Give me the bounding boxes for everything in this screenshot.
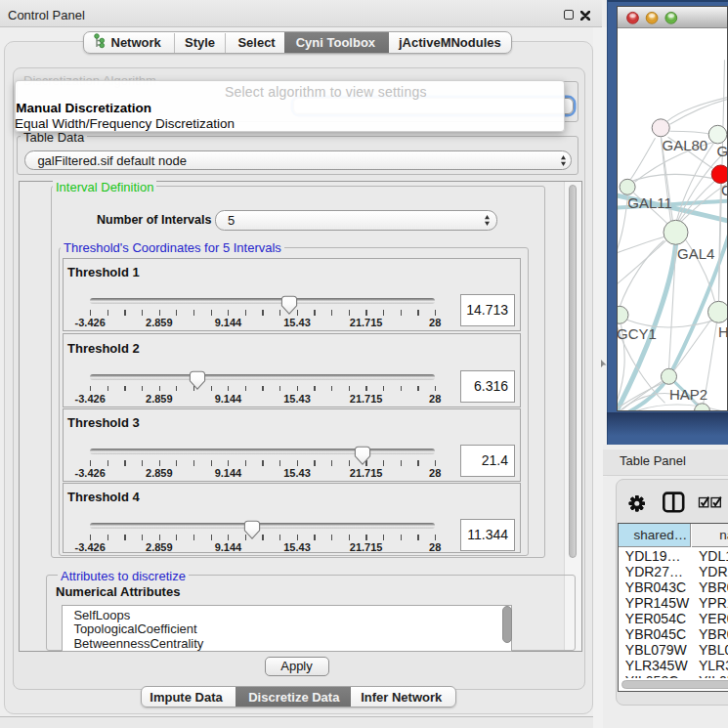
svg-text:C: C [721,182,728,198]
svg-text:GAL4: GAL4 [677,244,714,261]
svg-text:H: H [718,323,728,340]
svg-text:GAL: GAL [717,143,728,159]
svg-text:GAL80: GAL80 [663,136,708,152]
svg-text:GAL11: GAL11 [628,194,673,211]
svg-text:GCY1: GCY1 [618,324,657,341]
svg-text:HAP2: HAP2 [669,386,707,403]
